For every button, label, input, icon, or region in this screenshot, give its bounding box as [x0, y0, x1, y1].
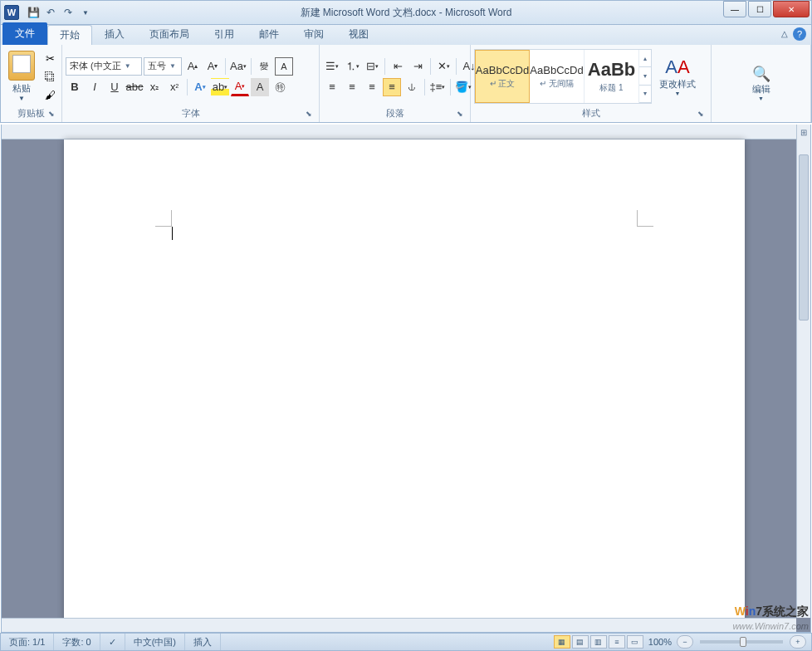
numbering-icon[interactable]: ⒈▾: [343, 57, 361, 76]
chevron-down-icon: ▼: [758, 95, 764, 101]
ruler-toggle-icon[interactable]: ⊞: [796, 125, 810, 140]
status-insert-mode[interactable]: 插入: [185, 634, 221, 650]
char-shading-icon[interactable]: A: [251, 78, 269, 96]
view-print-layout-icon[interactable]: ▦: [554, 635, 570, 649]
status-words[interactable]: 字数: 0: [54, 634, 100, 650]
view-fullscreen-icon[interactable]: ▤: [572, 635, 589, 649]
zoom-out-icon[interactable]: −: [677, 635, 693, 649]
dialog-launcher-icon[interactable]: ⬊: [696, 110, 706, 120]
tab-review[interactable]: 审阅: [291, 24, 336, 45]
change-case-icon[interactable]: Aa▾: [229, 57, 247, 76]
asian-layout-icon[interactable]: ✕▾: [434, 57, 452, 76]
font-color-icon[interactable]: A▾: [231, 78, 249, 96]
status-zoom[interactable]: 100%: [648, 637, 672, 647]
shrink-font-icon[interactable]: A▾: [203, 57, 222, 76]
chevron-down-icon: ▼: [18, 95, 25, 102]
tab-references[interactable]: 引用: [202, 24, 247, 45]
app-icon: W: [4, 5, 19, 20]
group-styles: AaBbCcDd ↵ 正文 AaBbCcDd ↵ 无间隔 AaBb 标题 1 ▴…: [471, 45, 712, 122]
format-painter-icon[interactable]: 🖌: [42, 87, 57, 102]
gallery-more-icon[interactable]: ▾: [639, 86, 651, 103]
distribute-icon[interactable]: ⫝: [403, 78, 421, 96]
grow-font-icon[interactable]: A▴: [183, 57, 202, 76]
help-icon[interactable]: ?: [793, 27, 806, 41]
watermark-logo: Win7系统之家: [735, 604, 809, 619]
style-nospacing[interactable]: AaBbCcDd ↵ 无间隔: [530, 50, 585, 103]
enclose-char-icon[interactable]: ㊕: [271, 78, 289, 96]
chevron-down-icon: ▼: [675, 91, 681, 96]
status-language[interactable]: 中文(中国): [125, 634, 185, 650]
tab-view[interactable]: 视图: [336, 24, 381, 45]
styles-gallery: AaBbCcDd ↵ 正文 AaBbCcDd ↵ 无间隔 AaBb 标题 1 ▴…: [474, 49, 652, 104]
highlight-icon[interactable]: ab▾: [211, 78, 229, 96]
dialog-launcher-icon[interactable]: ⬊: [455, 110, 465, 120]
group-clipboard: 粘贴 ▼ ✂ ⿻ 🖌 剪贴板⬊: [1, 45, 62, 122]
tab-mailings[interactable]: 邮件: [247, 24, 291, 45]
view-outline-icon[interactable]: ≡: [609, 635, 625, 649]
scroll-up-icon[interactable]: ▴: [639, 50, 651, 67]
phonetic-guide-icon[interactable]: 變: [255, 57, 273, 76]
tab-file[interactable]: 文件: [2, 22, 47, 45]
status-bar: 页面: 1/1 字数: 0 ✓ 中文(中国) 插入 ▦ ▤ ▥ ≡ ▭ 100%…: [0, 633, 812, 651]
line-spacing-icon[interactable]: ‡≡▾: [428, 78, 447, 96]
status-proofing-icon[interactable]: ✓: [100, 634, 125, 650]
bold-button[interactable]: B: [66, 78, 84, 96]
scrollbar-thumb[interactable]: [799, 154, 809, 321]
document-page[interactable]: [64, 140, 745, 633]
minimize-ribbon-icon[interactable]: △: [781, 29, 788, 38]
maximize-button[interactable]: ☐: [748, 1, 771, 17]
indent-decrease-icon[interactable]: ⇤: [389, 57, 407, 76]
style-heading1[interactable]: AaBb 标题 1: [585, 50, 639, 103]
close-button[interactable]: ✕: [773, 1, 810, 17]
save-icon[interactable]: 💾: [26, 5, 41, 20]
align-right-icon[interactable]: ≡: [363, 78, 381, 96]
group-label-clipboard: 剪贴板⬊: [4, 105, 58, 121]
align-justify-icon[interactable]: ≡: [383, 78, 401, 96]
underline-button[interactable]: U: [105, 78, 124, 96]
align-left-icon[interactable]: ≡: [323, 78, 341, 96]
paste-button[interactable]: 粘贴 ▼: [4, 51, 39, 102]
style-normal[interactable]: AaBbCcDd ↵ 正文: [475, 50, 530, 103]
text-effects-icon[interactable]: A▾: [191, 78, 209, 96]
tab-layout[interactable]: 页面布局: [137, 24, 202, 45]
font-size-combo[interactable]: 五号▼: [144, 57, 182, 76]
zoom-in-icon[interactable]: +: [790, 635, 806, 649]
change-styles-button[interactable]: AA 更改样式 ▼: [657, 56, 698, 96]
vertical-scrollbar[interactable]: [796, 140, 810, 618]
superscript-icon[interactable]: x²: [165, 78, 183, 96]
font-name-combo[interactable]: 宋体 (中文正▼: [66, 57, 142, 76]
redo-icon[interactable]: ↷: [61, 5, 76, 20]
group-editing: 🔍 编辑 ▼: [712, 45, 811, 122]
minimize-button[interactable]: —: [723, 1, 746, 17]
watermark-url: www.Winwin7.com: [732, 621, 809, 631]
horizontal-scrollbar[interactable]: [2, 618, 796, 632]
dialog-launcher-icon[interactable]: ⬊: [46, 110, 56, 120]
multilevel-icon[interactable]: ⊟▾: [363, 57, 381, 76]
dialog-launcher-icon[interactable]: ⬊: [304, 110, 314, 120]
margin-marker: [637, 210, 653, 227]
subscript-icon[interactable]: x₂: [145, 78, 164, 96]
align-center-icon[interactable]: ≡: [343, 78, 361, 96]
indent-increase-icon[interactable]: ⇥: [408, 57, 427, 76]
paste-label: 粘贴: [12, 82, 31, 95]
shading-icon[interactable]: 🪣▾: [454, 78, 472, 96]
tab-home[interactable]: 开始: [47, 25, 92, 45]
char-border-icon[interactable]: A: [275, 57, 293, 76]
zoom-thumb[interactable]: [740, 637, 746, 647]
scroll-down-icon[interactable]: ▾: [639, 67, 651, 85]
italic-button[interactable]: I: [86, 78, 104, 96]
view-web-icon[interactable]: ▥: [590, 635, 607, 649]
view-draft-icon[interactable]: ▭: [627, 635, 643, 649]
status-page[interactable]: 页面: 1/1: [1, 634, 54, 650]
bullets-icon[interactable]: ☰▾: [323, 57, 341, 76]
strikethrough-icon[interactable]: abc: [125, 78, 144, 96]
group-label-styles: 样式⬊: [474, 105, 707, 121]
undo-icon[interactable]: ↶: [43, 5, 58, 20]
copy-icon[interactable]: ⿻: [42, 69, 57, 84]
qat-dropdown-icon[interactable]: ▼: [78, 5, 93, 20]
cut-icon[interactable]: ✂: [42, 51, 57, 66]
zoom-slider[interactable]: [700, 640, 783, 644]
find-button[interactable]: 🔍 编辑 ▼: [741, 65, 782, 101]
tab-insert[interactable]: 插入: [92, 24, 137, 45]
horizontal-ruler[interactable]: [2, 125, 796, 140]
